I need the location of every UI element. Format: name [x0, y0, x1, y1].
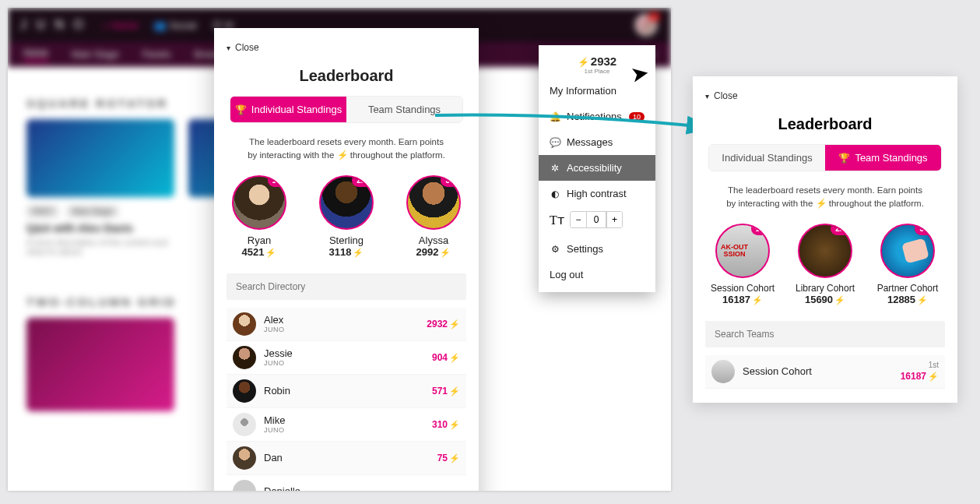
bolt-icon: ⚡	[816, 199, 827, 208]
tab-individual-standings[interactable]: Individual Standings	[709, 145, 825, 171]
font-stepper: − 0 +	[570, 211, 623, 228]
row-info: Session Cohort	[743, 365, 901, 377]
standings-tabs: 🏆 Individual Standings Team Standings	[230, 96, 463, 123]
menu-messages[interactable]: 💬 Messages	[539, 129, 655, 155]
search-teams-input[interactable]	[705, 321, 945, 347]
bell-icon: 🔔	[550, 111, 560, 122]
profile-avatar[interactable]	[635, 14, 657, 36]
bolt-icon: ⚡	[337, 150, 348, 160]
row-name: Alex	[264, 314, 427, 326]
accessibility-icon: ✲	[550, 163, 560, 174]
subnav-mainstage[interactable]: Main Stage	[72, 49, 119, 60]
row-right: 1st 16187⚡	[901, 361, 939, 382]
font-increase-button[interactable]: +	[606, 212, 622, 227]
leader-avatar: 2nd	[319, 175, 374, 230]
rank-badge: 2nd	[831, 224, 852, 235]
row-info: Alex JUNO	[264, 314, 427, 333]
subnav-home[interactable]: Home	[23, 48, 48, 62]
row-org: JUNO	[264, 359, 432, 367]
tab-individual-standings[interactable]: 🏆 Individual Standings	[230, 97, 346, 122]
avatar	[233, 346, 256, 369]
leader-1[interactable]: 1st Ryan 4521⚡	[227, 175, 292, 258]
menu-label: Notifications	[567, 111, 622, 122]
menu-high-contrast[interactable]: ◐ High contrast	[539, 181, 655, 206]
desc-b: throughout the platform.	[827, 199, 924, 208]
leader-avatar: 3rd	[406, 175, 461, 230]
pts-val: 2932	[427, 319, 448, 330]
leader-points: 3118⚡	[314, 246, 379, 258]
bolt-icon: ⚡	[834, 295, 845, 305]
bolt-icon: ⚡	[449, 453, 460, 463]
team-avatar: 2nd	[798, 224, 852, 278]
close-button[interactable]: ▾ Close	[227, 42, 466, 53]
row-points: 75⚡	[437, 453, 460, 463]
tab-label: Individual Standings	[722, 152, 812, 164]
menu-label: Messages	[567, 136, 613, 148]
team-name: Session Cohort	[743, 365, 901, 377]
team-leader-3[interactable]: 3rd Partner Cohort 12885⚡	[874, 224, 941, 305]
avatar	[233, 413, 256, 436]
search-directory-input[interactable]	[227, 273, 466, 300]
nav-home[interactable]: ⌂ Home	[102, 19, 139, 31]
team-list-item[interactable]: Session Cohort 1st 16187⚡	[705, 355, 945, 389]
pts-val: 4521	[242, 246, 265, 258]
list-item[interactable]: Dan 75⚡	[227, 442, 466, 475]
menu-accessibility[interactable]: ✲ Accessibility	[539, 155, 655, 181]
tab-team-standings[interactable]: 🏆 Team Standings	[825, 145, 941, 171]
leader-points: 4521⚡	[227, 246, 292, 258]
menu-notifications[interactable]: 🔔 Notifications 10	[539, 104, 655, 129]
standings-tabs: Individual Standings 🏆 Team Standings	[708, 144, 942, 171]
nav-social[interactable]: 👥 Social	[153, 19, 196, 31]
content-card[interactable]: PAST Main Stage Q&A with Alex Davis A sh…	[26, 119, 174, 256]
gear-icon: ⚙	[550, 244, 560, 255]
row-name: Danielle	[264, 485, 460, 491]
team-leader-2[interactable]: 2nd Library Cohort 15690⚡	[792, 224, 859, 305]
menu-logout[interactable]: Log out	[539, 262, 655, 287]
font-decrease-button[interactable]: −	[571, 212, 586, 227]
pts-val: 75	[437, 453, 448, 463]
menu-my-information[interactable]: My Information	[539, 78, 655, 104]
rank-badge: 2nd	[352, 175, 374, 187]
subnav-panels[interactable]: Panels	[142, 49, 171, 60]
row-info: Danielle	[264, 485, 460, 491]
dropdown-score[interactable]: 2932 1st Place	[539, 50, 655, 78]
list-item[interactable]: Danielle	[227, 475, 466, 492]
content-card[interactable]	[26, 318, 174, 418]
trophy-icon: 🏆	[838, 153, 850, 164]
tab-label: Team Standings	[855, 152, 927, 164]
score-value: 2932	[539, 55, 655, 68]
list-item[interactable]: Robin 571⚡	[227, 375, 466, 408]
tab-label: Team Standings	[368, 104, 441, 115]
row-org: JUNO	[264, 326, 427, 333]
pill-stage: Main Stage	[67, 206, 119, 217]
pts-val: 904	[432, 352, 448, 363]
tab-team-standings[interactable]: Team Standings	[346, 97, 462, 122]
rank-badge: 1st	[751, 224, 770, 235]
row-points: 2932⚡	[427, 319, 460, 330]
pts-val: 15690	[805, 294, 833, 305]
bolt-icon: ⚡	[752, 295, 763, 305]
text-size-icon: Tᴛ	[550, 213, 564, 227]
team-points: 15690⚡	[792, 294, 859, 305]
bolt-icon: ⚡	[353, 248, 364, 257]
list-item[interactable]: Jessie JUNO 904⚡	[227, 341, 466, 375]
app-frame: J U N O ⌂ Home 👥 Social ☰ M Home Main St…	[8, 8, 671, 491]
font-size-value: 0	[586, 212, 606, 227]
profile-dropdown: 2932 1st Place My Information 🔔 Notifica…	[539, 45, 655, 292]
brand-logo: J U N O	[20, 18, 86, 32]
list-item[interactable]: Alex JUNO 2932⚡	[227, 308, 466, 341]
card-image	[26, 318, 174, 411]
bolt-icon: ⚡	[440, 248, 451, 257]
menu-settings[interactable]: ⚙ Settings	[539, 236, 655, 262]
row-org: Juno	[264, 426, 432, 434]
pts-val: 2992	[416, 246, 439, 258]
leader-2[interactable]: 2nd Sterling 3118⚡	[314, 175, 379, 258]
row-info: Mike Juno	[264, 414, 432, 434]
leader-3[interactable]: 3rd Alyssa 2992⚡	[401, 175, 466, 258]
list-item[interactable]: Mike Juno 310⚡	[227, 408, 466, 442]
close-button[interactable]: ▾ Close	[705, 90, 945, 101]
team-leader-1[interactable]: 1st Session Cohort 16187⚡	[709, 224, 776, 305]
row-points: 904⚡	[432, 352, 460, 363]
card-image	[26, 119, 174, 197]
leader-points: 2992⚡	[401, 246, 466, 258]
